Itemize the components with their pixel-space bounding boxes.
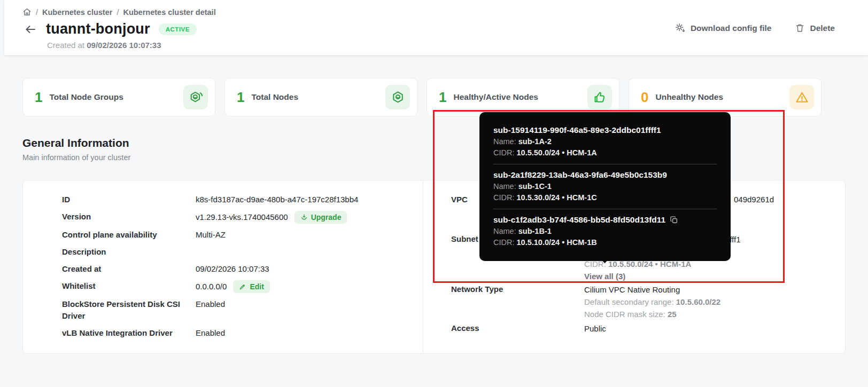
stats-row: 1 Total Node Groups 1 Total Nodes	[22, 78, 821, 116]
row-value-blockstore-driver: Enabled	[196, 298, 407, 322]
thumbs-up-icon	[587, 85, 612, 109]
created-at-value: 09/02/2026 10:07:33	[87, 41, 161, 50]
status-badge: ACTIVE	[159, 23, 197, 35]
tooltip-subnet-name: sub-1C-1	[518, 182, 552, 191]
row-label-blockstore-driver: BlockStore Persistent Disk CSI Driver	[62, 298, 196, 322]
cluster-name-title: tuannt-bonjour	[46, 21, 150, 37]
stat-card-healthy-nodes: 1 Healthy/Active Nodes	[427, 78, 619, 116]
node-cidr-mask-line: Node CIDR mask size: 25	[584, 308, 834, 320]
row-value-whitelist: 0.0.0.0/0	[196, 281, 227, 293]
tooltip-subnet-cidr: 10.5.30.0/24 • HCM-1C	[517, 193, 597, 202]
edit-whitelist-button[interactable]: Edit	[233, 280, 269, 293]
warning-icon	[789, 85, 814, 109]
delete-button[interactable]: Delete	[795, 22, 835, 34]
upgrade-button[interactable]: Upgrade	[294, 211, 347, 224]
stat-label: Total Node Groups	[49, 92, 183, 102]
row-label-control-plane: Control plane availability	[62, 229, 196, 241]
nodes-icon	[385, 85, 410, 109]
tooltip-subnet-id: sub-15914119-990f-46a5-89e3-2ddbc01ffff1	[493, 124, 717, 136]
upgrade-icon	[300, 214, 308, 221]
breadcrumb: / Kubernetes cluster / Kubernetes cluste…	[22, 7, 868, 17]
view-all-subnets-link[interactable]: View all (3)	[584, 270, 834, 282]
node-groups-icon	[183, 85, 208, 109]
row-label-access: Access	[451, 322, 584, 335]
tooltip-subnet-id: sub-2a1f8229-13ab-46a3-9fa6-49e5b0c153b9	[493, 169, 717, 181]
row-value-description	[196, 246, 407, 258]
tooltip-subnet-id: sub-c1f2adb3-b74f-4586-bb5d-8fd50d13fd11	[493, 214, 665, 226]
stat-label: Healthy/Active Nodes	[453, 92, 587, 102]
stat-value: 0	[641, 89, 648, 106]
network-type-value: Cilium VPC Native Routing	[584, 283, 834, 296]
trash-icon	[795, 23, 805, 33]
row-label-id: ID	[62, 194, 196, 206]
tooltip-subnet-entry: sub-c1f2adb3-b74f-4586-bb5d-8fd50d13fd11…	[493, 209, 717, 254]
stat-card-total-node-groups: 1 Total Node Groups	[22, 78, 215, 116]
breadcrumb-separator: /	[117, 8, 119, 17]
page-header: / Kubernetes cluster / Kubernetes cluste…	[4, 0, 868, 55]
breadcrumb-separator: /	[36, 8, 38, 17]
section-title: General Information	[22, 137, 130, 149]
row-label-vlb-driver: vLB Native Integration Driver	[62, 327, 196, 339]
section-subtitle: Main information of your cluster	[22, 153, 130, 162]
breadcrumb-kubernetes-cluster[interactable]: Kubernetes cluster	[42, 8, 112, 17]
stat-card-unhealthy-nodes: 0 Unhealthy Nodes	[629, 78, 821, 116]
stat-value: 1	[439, 89, 446, 106]
access-value: Public	[584, 322, 834, 335]
row-label-description: Description	[62, 246, 196, 258]
stat-card-total-nodes: 1 Total Nodes	[224, 78, 417, 116]
subnet-list-tooltip: sub-15914119-990f-46a5-89e3-2ddbc01ffff1…	[479, 112, 731, 261]
pencil-icon	[239, 283, 246, 290]
row-value-control-plane: Multi-AZ	[196, 229, 407, 241]
secondary-range-line: Default secondary range: 10.5.60.0/22	[584, 296, 834, 308]
tooltip-subnet-cidr: 10.5.10.0/24 • HCM-1B	[517, 238, 597, 247]
row-label-whitelist: Whitelist	[62, 280, 196, 293]
download-config-button[interactable]: Download config file	[675, 22, 772, 34]
tooltip-subnet-cidr: 10.5.50.0/24 • HCM-1A	[517, 148, 597, 157]
stat-label: Unhealthy Nodes	[655, 92, 789, 102]
gear-download-icon	[675, 22, 686, 34]
row-label-network-type: Network Type	[451, 283, 584, 322]
tooltip-subnet-entry: sub-2a1f8229-13ab-46a3-9fa6-49e5b0c153b9…	[493, 164, 717, 209]
stat-label: Total Nodes	[251, 92, 385, 102]
row-value-version: v1.29.13-vks.1740045600	[196, 211, 288, 223]
general-info-left-column: ID k8s-fd3187ac-d9ae-480b-a47c-197c28f13…	[23, 180, 423, 353]
row-value-created-at: 09/02/2026 10:07:33	[196, 263, 407, 275]
stat-value: 1	[237, 89, 244, 106]
stat-value: 1	[35, 89, 42, 106]
row-label-created-at: Created at	[62, 263, 196, 275]
tooltip-subnet-name: sub-1B-1	[518, 227, 552, 235]
tooltip-subnet-name: sub-1A-2	[518, 137, 552, 146]
back-button[interactable]	[22, 21, 38, 37]
breadcrumb-cluster-detail[interactable]: Kubernetes cluster detail	[123, 8, 215, 17]
copy-icon[interactable]	[670, 216, 678, 224]
row-value-vlb-driver: Enabled	[196, 327, 407, 339]
home-icon[interactable]	[22, 7, 32, 17]
kubernetes-cluster-detail-page: / Kubernetes cluster / Kubernetes cluste…	[0, 0, 868, 387]
row-value-id: k8s-fd3187ac-d9ae-480b-a47c-197c28f13bb4	[196, 194, 407, 206]
tooltip-subnet-entry: sub-15914119-990f-46a5-89e3-2ddbc01ffff1…	[493, 120, 717, 164]
created-at-line: Created at 09/02/2026 10:07:33	[47, 41, 868, 50]
row-label-version: Version	[62, 211, 196, 224]
